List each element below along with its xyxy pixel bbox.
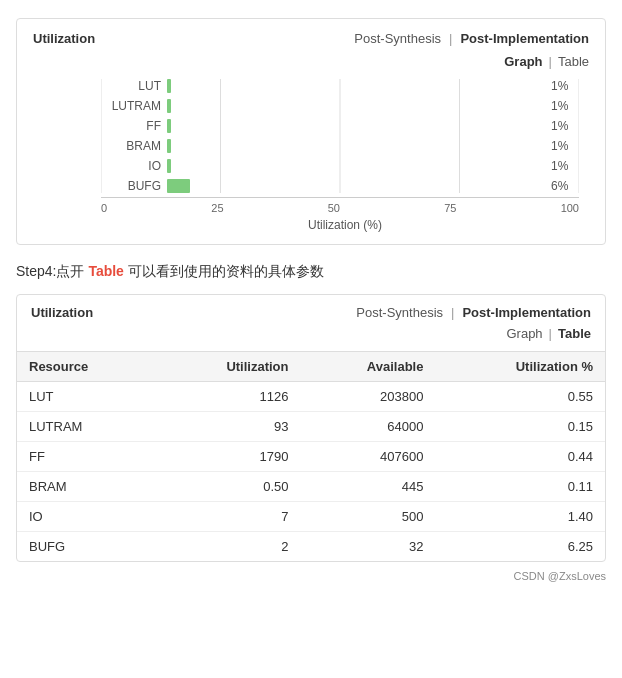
bar-pct-io: 1% (551, 159, 579, 173)
bar-track-bufg (167, 179, 545, 193)
bar-track-lutram (167, 99, 545, 113)
table-row: IO 7 500 1.40 (17, 502, 605, 532)
bar-label-lutram: LUTRAM (101, 99, 161, 113)
bar-row-io: IO 1% (101, 159, 579, 173)
top-synth-tabs: Post-Synthesis | Post-Implementation (354, 31, 589, 46)
cell-pct: 0.44 (435, 442, 605, 472)
synth-sep-top: | (449, 31, 452, 46)
post-synthesis-tab-bottom[interactable]: Post-Synthesis (356, 305, 443, 320)
table-row: LUT 1126 203800 0.55 (17, 382, 605, 412)
cell-utilization: 1126 (156, 382, 300, 412)
bar-fill-ff (167, 119, 171, 133)
bar-pct-bram: 1% (551, 139, 579, 153)
bar-label-bufg: BUFG (101, 179, 161, 193)
x-label-75: 75 (444, 202, 456, 214)
x-label-100: 100 (561, 202, 579, 214)
top-view-tabs-row: Graph | Table (33, 54, 589, 69)
bar-pct-bufg: 6% (551, 179, 579, 193)
graph-tab-top[interactable]: Graph (504, 54, 542, 69)
cell-utilization: 93 (156, 412, 300, 442)
bars-area: LUT 1% LUTRAM 1% FF (33, 79, 589, 193)
utilization-table: Resource Utilization Available Utilizati… (17, 351, 605, 561)
col-header-pct: Utilization % (435, 352, 605, 382)
x-axis-labels: 0 25 50 75 100 (33, 202, 589, 214)
table-row: FF 1790 407600 0.44 (17, 442, 605, 472)
cell-available: 32 (301, 532, 436, 562)
bar-row-bufg: BUFG 6% (101, 179, 579, 193)
bottom-card-title: Utilization (31, 305, 93, 320)
top-card-header: Utilization Post-Synthesis | Post-Implem… (33, 31, 589, 46)
bar-row-ff: FF 1% (101, 119, 579, 133)
bottom-card-header: Utilization Post-Synthesis | Post-Implem… (17, 295, 605, 326)
bar-fill-lut (167, 79, 171, 93)
watermark-text: CSDN @ZxsLoves (0, 570, 622, 588)
synth-sep-bottom: | (451, 305, 454, 320)
cell-utilization: 1790 (156, 442, 300, 472)
cell-resource: IO (17, 502, 156, 532)
top-utilization-card: Utilization Post-Synthesis | Post-Implem… (16, 18, 606, 245)
cell-pct: 0.55 (435, 382, 605, 412)
x-label-0: 0 (101, 202, 107, 214)
chart-bars: LUT 1% LUTRAM 1% FF (101, 79, 579, 193)
cell-resource: BUFG (17, 532, 156, 562)
cell-pct: 0.15 (435, 412, 605, 442)
step-suffix: 可以看到使用的资料的具体参数 (124, 263, 324, 279)
cell-pct: 0.11 (435, 472, 605, 502)
post-synthesis-tab-top[interactable]: Post-Synthesis (354, 31, 441, 46)
cell-available: 445 (301, 472, 436, 502)
bottom-view-tabs-row: Graph | Table (17, 326, 605, 341)
graph-tab-bottom[interactable]: Graph (506, 326, 542, 341)
bar-label-ff: FF (101, 119, 161, 133)
cell-resource: FF (17, 442, 156, 472)
bar-fill-io (167, 159, 171, 173)
bar-label-bram: BRAM (101, 139, 161, 153)
bar-track-lut (167, 79, 545, 93)
x-label-50: 50 (328, 202, 340, 214)
cell-pct: 6.25 (435, 532, 605, 562)
bar-label-io: IO (101, 159, 161, 173)
bar-pct-lutram: 1% (551, 99, 579, 113)
bar-label-lut: LUT (101, 79, 161, 93)
bar-fill-bram (167, 139, 171, 153)
bar-row-lutram: LUTRAM 1% (101, 99, 579, 113)
view-sep-bottom: | (549, 326, 552, 341)
col-header-resource: Resource (17, 352, 156, 382)
x-label-25: 25 (211, 202, 223, 214)
col-header-utilization: Utilization (156, 352, 300, 382)
table-tab-top[interactable]: Table (558, 54, 589, 69)
chart-container: LUT 1% LUTRAM 1% FF (33, 79, 589, 232)
cell-available: 407600 (301, 442, 436, 472)
cell-available: 64000 (301, 412, 436, 442)
cell-available: 500 (301, 502, 436, 532)
table-row: LUTRAM 93 64000 0.15 (17, 412, 605, 442)
bar-pct-ff: 1% (551, 119, 579, 133)
bottom-utilization-card: Utilization Post-Synthesis | Post-Implem… (16, 294, 606, 562)
table-header-row: Resource Utilization Available Utilizati… (17, 352, 605, 382)
bar-track-bram (167, 139, 545, 153)
table-row: BRAM 0.50 445 0.11 (17, 472, 605, 502)
cell-resource: LUTRAM (17, 412, 156, 442)
table-tab-bottom[interactable]: Table (558, 326, 591, 341)
x-axis-title: Utilization (%) (33, 218, 589, 232)
bar-row-lut: LUT 1% (101, 79, 579, 93)
bar-track-io (167, 159, 545, 173)
cell-utilization: 2 (156, 532, 300, 562)
post-impl-tab-bottom[interactable]: Post-Implementation (462, 305, 591, 320)
cell-available: 203800 (301, 382, 436, 412)
cell-pct: 1.40 (435, 502, 605, 532)
table-row: BUFG 2 32 6.25 (17, 532, 605, 562)
bar-track-ff (167, 119, 545, 133)
top-card-title: Utilization (33, 31, 95, 46)
col-header-available: Available (301, 352, 436, 382)
cell-utilization: 7 (156, 502, 300, 532)
cell-utilization: 0.50 (156, 472, 300, 502)
view-sep-top: | (549, 54, 552, 69)
cell-resource: LUT (17, 382, 156, 412)
bar-pct-lut: 1% (551, 79, 579, 93)
post-impl-tab-top[interactable]: Post-Implementation (460, 31, 589, 46)
bar-row-bram: BRAM 1% (101, 139, 579, 153)
step-description: Step4:点开 Table 可以看到使用的资料的具体参数 (16, 261, 606, 282)
bottom-synth-tabs: Post-Synthesis | Post-Implementation (356, 305, 591, 320)
bar-fill-bufg (167, 179, 190, 193)
x-axis-line (101, 197, 579, 198)
